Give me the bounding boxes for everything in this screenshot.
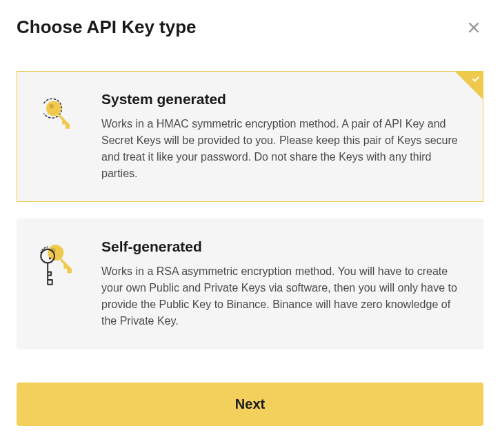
close-button[interactable]: [464, 18, 483, 37]
svg-point-2: [46, 101, 61, 116]
option-title: Self-generated: [101, 238, 463, 255]
option-description: Works in a HMAC symmetric encryption met…: [101, 116, 463, 182]
close-icon: [467, 21, 481, 34]
svg-point-3: [50, 104, 54, 108]
next-button[interactable]: Next: [17, 383, 483, 426]
keys-icon: [35, 240, 81, 295]
option-description: Works in a RSA asymmetric encryption met…: [101, 263, 463, 329]
svg-point-7: [49, 257, 51, 259]
option-self-generated[interactable]: Self-generated Works in a RSA asymmetric…: [17, 218, 483, 349]
option-title: System generated: [101, 91, 463, 108]
option-system-generated[interactable]: System generated Works in a HMAC symmetr…: [17, 71, 483, 202]
check-icon: [472, 74, 480, 85]
option-icon-container: [34, 91, 82, 182]
option-icon-container: [34, 238, 82, 329]
modal-title: Choose API Key type: [17, 17, 197, 38]
option-content: Self-generated Works in a RSA asymmetric…: [101, 238, 463, 329]
option-content: System generated Works in a HMAC symmetr…: [101, 91, 463, 182]
modal-header: Choose API Key type: [17, 17, 483, 38]
key-icon: [37, 92, 79, 135]
